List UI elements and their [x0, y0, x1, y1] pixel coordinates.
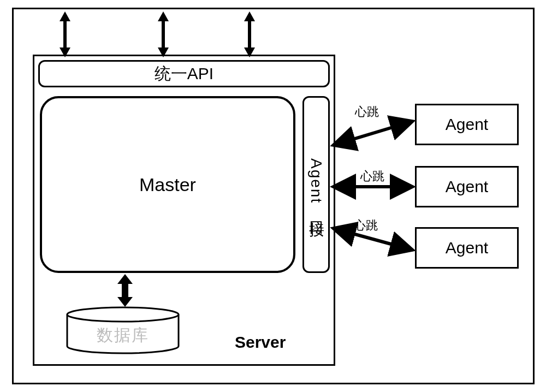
- svg-marker-2: [244, 11, 255, 57]
- database-cylinder: 数据库: [66, 306, 180, 355]
- svg-marker-0: [60, 11, 70, 57]
- svg-marker-1: [158, 11, 169, 57]
- master-db-arrow-icon: [116, 274, 134, 307]
- agent-box: Agent: [415, 166, 519, 207]
- unified-api-box: 统一API: [38, 60, 330, 87]
- master-box: Master: [40, 96, 295, 273]
- agent-interface-box: Agent 接口: [302, 96, 330, 273]
- unified-api-label: 统一API: [155, 63, 213, 85]
- server-label: Server: [235, 333, 286, 352]
- svg-line-13: [333, 228, 413, 250]
- master-label: Master: [139, 174, 196, 195]
- top-arrow-icon: [158, 11, 169, 57]
- svg-point-4: [67, 307, 179, 322]
- heartbeat-arrow-icon: [330, 224, 416, 257]
- top-arrow-icon: [244, 11, 255, 57]
- agent-box: Agent: [415, 227, 519, 269]
- svg-marker-3: [117, 274, 133, 307]
- agent-label: Agent: [446, 115, 488, 134]
- top-arrow-icon: [60, 11, 70, 57]
- agent-box: Agent: [415, 104, 519, 145]
- svg-line-7: [333, 121, 413, 145]
- heartbeat-arrow-icon: [330, 181, 416, 192]
- agent-interface-label: Agent 接口: [306, 158, 327, 211]
- agent-label: Agent: [446, 239, 488, 257]
- agent-label: Agent: [446, 177, 488, 196]
- database-label: 数据库: [66, 324, 180, 347]
- heartbeat-arrow-icon: [330, 116, 416, 149]
